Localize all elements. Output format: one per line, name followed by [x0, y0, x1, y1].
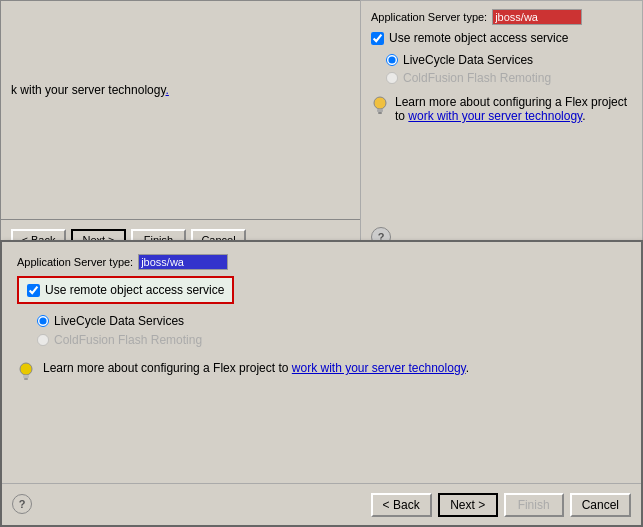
main-radio1-label: LiveCycle Data Services	[54, 314, 184, 328]
bg-info-link[interactable]: .	[166, 83, 169, 97]
background-dialog: k with your server technology. < Back Ne…	[0, 0, 370, 260]
main-cancel-button[interactable]: Cancel	[570, 493, 631, 517]
bg-checkbox-row: Use remote object access service	[371, 31, 632, 45]
svg-point-0	[374, 97, 386, 109]
main-info-link[interactable]: work with your server technology	[292, 361, 466, 375]
bg-appserver-row: Application Server type:	[371, 9, 632, 25]
bg-appserver-input[interactable]	[492, 9, 582, 25]
bg-right-content: Application Server type: Use remote obje…	[361, 1, 642, 131]
bg-coldfusion-radio[interactable]	[386, 72, 398, 84]
svg-rect-2	[378, 112, 382, 114]
help-button[interactable]: ?	[12, 494, 32, 514]
bg-checkbox-label: Use remote object access service	[389, 31, 568, 45]
main-coldfusion-radio[interactable]	[37, 334, 49, 346]
bg-info-text: k with your server technology.	[11, 81, 359, 99]
bg-bulb-icon	[371, 95, 389, 117]
main-radio2-label: ColdFusion Flash Remoting	[54, 333, 202, 347]
bg-remote-access-checkbox[interactable]	[371, 32, 384, 45]
main-checkbox-label: Use remote object access service	[45, 283, 224, 297]
main-bulb-icon	[17, 361, 35, 383]
main-back-button[interactable]: < Back	[371, 493, 432, 517]
bg-radio1-row: LiveCycle Data Services	[386, 53, 632, 67]
main-livecycle-radio[interactable]	[37, 315, 49, 327]
main-dialog-footer: ? < Back Next > Finish Cancel	[2, 483, 641, 525]
bg-livecycle-radio[interactable]	[386, 54, 398, 66]
main-appserver-row: Application Server type:	[17, 254, 626, 270]
main-dialog-body: Application Server type: Use remote obje…	[2, 242, 641, 395]
main-dialog: Application Server type: Use remote obje…	[0, 240, 643, 527]
main-remote-access-checkbox[interactable]	[27, 284, 40, 297]
bg-appserver-label: Application Server type:	[371, 11, 487, 23]
bg-info-row: Learn more about configuring a Flex proj…	[371, 95, 632, 123]
main-appserver-input[interactable]	[138, 254, 228, 270]
main-radio1-row: LiveCycle Data Services	[37, 314, 626, 328]
svg-point-3	[20, 363, 32, 375]
main-info-text: Learn more about configuring a Flex proj…	[43, 361, 469, 375]
bg-info-link[interactable]: work with your server technology	[408, 109, 582, 123]
main-finish-button[interactable]: Finish	[504, 493, 564, 517]
svg-rect-1	[377, 109, 383, 112]
bg-right-panel: Application Server type: Use remote obje…	[360, 0, 643, 260]
svg-rect-5	[24, 378, 28, 380]
bg-radio2-label: ColdFusion Flash Remoting	[403, 71, 551, 85]
main-info-row: Learn more about configuring a Flex proj…	[17, 361, 626, 383]
bg-radio1-label: LiveCycle Data Services	[403, 53, 533, 67]
svg-rect-4	[23, 375, 29, 378]
bg-info-text: Learn more about configuring a Flex proj…	[395, 95, 632, 123]
footer-left: ?	[12, 494, 32, 514]
bg-radio2-row: ColdFusion Flash Remoting	[386, 71, 632, 85]
main-next-button[interactable]: Next >	[438, 493, 498, 517]
main-radio2-row: ColdFusion Flash Remoting	[37, 333, 626, 347]
bg-dialog-content: k with your server technology.	[1, 1, 369, 109]
main-appserver-label: Application Server type:	[17, 256, 133, 268]
highlight-box: Use remote object access service	[17, 276, 234, 304]
